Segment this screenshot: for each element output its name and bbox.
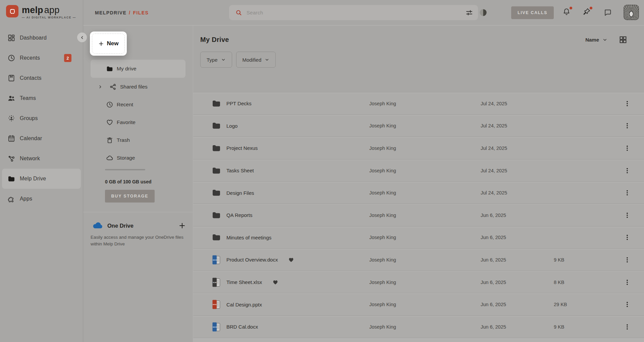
file-size: 9 KB	[554, 257, 621, 263]
trash-icon	[106, 136, 113, 144]
favorite-heart-icon[interactable]	[272, 279, 279, 285]
network-icon	[7, 155, 15, 163]
file-row[interactable]: Project NexusJoseph KingJul 24, 2025	[193, 137, 644, 159]
type-filter-label: Type	[207, 57, 218, 63]
drive-nav-my-drive[interactable]: My drive	[91, 60, 185, 78]
sidebar-item-network[interactable]: Network	[2, 149, 81, 169]
row-menu-button[interactable]	[623, 232, 632, 243]
partial-next-row	[193, 338, 644, 342]
drive-nav-storage[interactable]: Storage	[91, 149, 185, 167]
drive-nav-recent[interactable]: Recent	[91, 96, 185, 113]
file-name-cell: Design Files	[212, 188, 369, 198]
file-row[interactable]: DOCXBRD Cal.docxJoseph KingJun 6, 20259 …	[193, 316, 644, 338]
file-row[interactable]: PPTXCal Design.pptxJoseph KingJun 6, 202…	[193, 293, 644, 316]
file-owner: Joseph King	[369, 123, 481, 128]
row-menu-button[interactable]	[623, 187, 632, 198]
row-menu-button[interactable]	[623, 120, 632, 131]
file-row[interactable]: QA ReportsJoseph KingJun 6, 2025	[193, 204, 644, 226]
file-row[interactable]: XLSXTime Sheet.xlsxJoseph KingJun 6, 202…	[193, 271, 644, 293]
sidebar-item-groups[interactable]: Groups	[2, 108, 81, 128]
chevron-right-icon[interactable]	[98, 84, 103, 89]
cloud-icon	[106, 154, 113, 162]
theme-toggle-icon[interactable]	[479, 8, 488, 17]
row-menu-button[interactable]	[623, 210, 632, 221]
file-row[interactable]: PPT DecksJoseph KingJul 24, 2025	[193, 92, 644, 115]
row-menu-button[interactable]	[623, 299, 632, 310]
file-name: Logo	[226, 123, 237, 129]
user-avatar[interactable]	[624, 5, 639, 20]
buy-storage-button[interactable]: BUY STORAGE	[105, 190, 155, 203]
new-button[interactable]: New	[92, 34, 125, 54]
share-icon	[109, 83, 117, 91]
topbar: MELPDRIVE/FILES LIVE CALLS	[83, 0, 644, 25]
file-name: Minutes of meetings	[226, 235, 271, 240]
drive-nav-shared-files[interactable]: Shared files	[91, 78, 185, 96]
row-menu-button[interactable]	[623, 98, 632, 109]
brand-bold: melp	[22, 5, 43, 15]
onedrive-add-button[interactable]	[178, 222, 186, 229]
drive-nav-trash[interactable]: Trash	[91, 131, 185, 149]
notification-dot	[570, 7, 572, 9]
sort-by-name[interactable]: Name	[585, 37, 599, 43]
breadcrumb-root[interactable]: MELPDRIVE	[95, 10, 126, 15]
type-filter-button[interactable]: Type	[200, 52, 232, 68]
file-row[interactable]: Tasks SheetJoseph KingJul 24, 2025	[193, 159, 644, 182]
search-icon	[235, 9, 242, 16]
row-menu-button[interactable]	[623, 254, 632, 266]
file-modified-date: Jun 6, 2025	[481, 257, 554, 263]
chevron-down-icon[interactable]	[602, 37, 607, 42]
file-modified-date: Jun 6, 2025	[481, 302, 554, 307]
row-menu-button[interactable]	[623, 165, 632, 176]
svg-text:DOCX: DOCX	[213, 259, 217, 261]
collapse-sidebar-button[interactable]	[77, 33, 87, 42]
sidebar-item-dashboard[interactable]: Dashboard	[2, 28, 81, 48]
row-menu-button[interactable]	[623, 321, 632, 333]
body-row: New My drive Shared files R	[83, 25, 644, 342]
modified-filter-button[interactable]: Modified	[236, 52, 276, 68]
filter-chips: Type Modified	[193, 52, 644, 68]
search-input[interactable]	[247, 10, 465, 15]
file-row[interactable]: Minutes of meetingsJoseph KingJun 6, 202…	[193, 226, 644, 249]
file-name-cell: XLSXTime Sheet.xlsx	[212, 277, 369, 287]
row-menu-button[interactable]	[623, 142, 632, 154]
file-row[interactable]: DOCXProduct Overview.docxJoseph KingJun …	[193, 248, 644, 271]
heart-icon	[106, 119, 113, 126]
dashboard-icon	[7, 34, 15, 42]
chat-icon[interactable]	[603, 8, 613, 17]
file-owner: Joseph King	[369, 146, 481, 151]
drive-nav-label: Recent	[117, 102, 133, 108]
sidebar-item-teams[interactable]: Teams	[2, 88, 81, 108]
live-calls-button[interactable]: LIVE CALLS	[511, 6, 554, 19]
search-bar	[229, 5, 478, 20]
grid-view-icon[interactable]	[619, 36, 627, 44]
sidebar-item-melp-drive[interactable]: Melp Drive	[2, 169, 81, 189]
file-owner: Joseph King	[369, 101, 481, 106]
sidebar-item-recents[interactable]: Recents 2	[2, 48, 81, 68]
file-owner: Joseph King	[369, 213, 481, 218]
drive-nav-label: Favorite	[117, 119, 136, 125]
favorite-heart-icon[interactable]	[288, 257, 294, 263]
file-row[interactable]: Design FilesJoseph KingJul 24, 2025	[193, 181, 644, 204]
svg-text:XLSX: XLSX	[213, 281, 217, 283]
svg-text:DOCX: DOCX	[213, 326, 217, 328]
filter-tune-icon[interactable]	[465, 9, 473, 17]
folder-icon	[212, 232, 221, 242]
sort-controls: Name	[585, 36, 627, 44]
storage-usage-text: 0 GB of 100 GB used	[105, 179, 151, 184]
file-row[interactable]: LogoJoseph KingJul 24, 2025	[193, 115, 644, 137]
breadcrumb-current: FILES	[133, 10, 149, 15]
notifications-bell-icon[interactable]	[562, 7, 572, 17]
sidebar-item-apps[interactable]: Apps	[2, 189, 81, 209]
app-logo[interactable]: melpapp — AI DIGITAL WORKPLACE —	[0, 0, 83, 25]
file-name-cell: QA Reports	[212, 210, 369, 220]
sidebar-item-contacts[interactable]: Contacts	[2, 68, 81, 88]
file-modified-date: Jun 6, 2025	[481, 324, 554, 330]
file-modified-date: Jul 24, 2025	[481, 101, 554, 106]
row-menu-button[interactable]	[623, 277, 632, 288]
drive-nav-favorite[interactable]: Favorite	[91, 113, 185, 131]
file-name-cell: Minutes of meetings	[212, 232, 369, 242]
sidebar-item-label: Calendar	[20, 135, 42, 141]
pin-dot	[590, 7, 592, 9]
sidebar-item-calendar[interactable]: Calendar	[2, 128, 81, 149]
pin-icon[interactable]	[582, 7, 592, 17]
